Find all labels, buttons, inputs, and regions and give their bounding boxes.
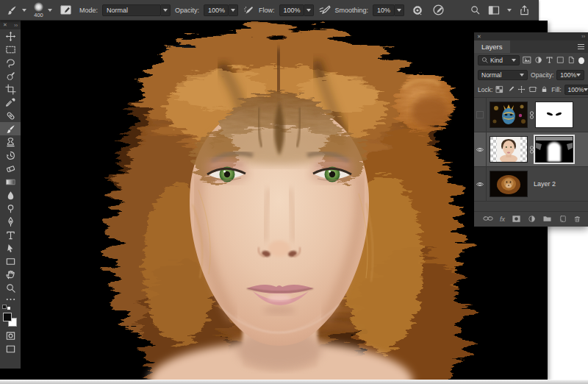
lock-all-icon[interactable] — [540, 85, 548, 95]
layer-blend-mode-select[interactable]: Normal — [478, 70, 528, 80]
filter-kind-select[interactable]: Kind — [478, 55, 520, 65]
add-layer-mask-icon[interactable] — [512, 215, 521, 224]
adjustment-layer-icon[interactable] — [528, 215, 536, 224]
mask-link-icon[interactable] — [528, 110, 535, 120]
tool-gradient[interactable] — [0, 175, 21, 188]
tool-history-brush[interactable] — [0, 149, 21, 162]
adjustment-layer-filter-icon[interactable] — [534, 56, 542, 65]
chevron-down-icon[interactable] — [229, 4, 238, 16]
tool-pen[interactable] — [0, 215, 21, 228]
tool-rectangular-marquee[interactable] — [0, 43, 21, 56]
link-layers-icon[interactable] — [483, 215, 493, 224]
layer-thumbnail-woman[interactable] — [490, 136, 528, 163]
tool-move[interactable] — [0, 29, 21, 43]
chevron-down-icon[interactable] — [395, 4, 404, 16]
chevron-down-icon[interactable] — [161, 4, 171, 16]
blend-mode-select[interactable]: Normal — [102, 4, 161, 16]
foreground-color-swatch[interactable] — [3, 313, 12, 321]
share-icon[interactable] — [519, 4, 530, 16]
layer-thumbnail-lion[interactable] — [490, 171, 528, 197]
collapse-icon[interactable]: ›› — [14, 23, 18, 28]
visibility-toggle[interactable] — [474, 98, 487, 132]
tool-rectangle[interactable] — [0, 255, 21, 268]
layer-filter-row: Kind — [474, 53, 588, 68]
chevron-down-icon[interactable] — [507, 9, 512, 12]
close-icon[interactable]: ✕ — [477, 34, 481, 40]
tool-eyedropper[interactable] — [0, 96, 21, 109]
screen-mode-button[interactable] — [0, 342, 21, 355]
brush-pressure-size-icon[interactable] — [432, 4, 445, 16]
tool-quick-selection[interactable] — [0, 69, 21, 82]
toggle-brush-settings-icon[interactable] — [60, 4, 72, 16]
layer-mask-thumbnail-eye-slits[interactable] — [535, 102, 573, 128]
shape-layer-filter-icon[interactable] — [556, 56, 564, 65]
tool-brush[interactable] — [0, 122, 21, 135]
tool-eraser[interactable] — [0, 162, 21, 175]
smoothing-options-gear-icon[interactable] — [412, 4, 423, 16]
default-swap-colors-icon[interactable] — [2, 305, 21, 310]
tool-crop[interactable] — [0, 82, 21, 96]
layer-mask-thumbnail-face-area[interactable] — [535, 136, 573, 163]
arrange-documents-icon[interactable] — [488, 5, 500, 15]
layer-thumbnail-carnival-mask[interactable] — [490, 102, 528, 128]
opacity-label: Opacity: — [175, 7, 199, 14]
pixel-layer-filter-icon[interactable] — [523, 56, 531, 65]
flow-label: Flow: — [259, 7, 275, 14]
brush-tool-icon[interactable] — [6, 4, 18, 16]
tool-hand[interactable] — [0, 268, 21, 281]
lock-position-icon[interactable] — [517, 85, 526, 95]
tool-spot-healing-brush[interactable] — [0, 109, 21, 122]
opacity-input[interactable]: 100% — [204, 4, 229, 16]
chevron-down-icon[interactable] — [48, 9, 52, 12]
layer-row[interactable]: Layer 2 — [474, 167, 588, 202]
visibility-toggle[interactable] — [474, 132, 487, 166]
eye-icon — [476, 146, 484, 153]
tool-dodge[interactable] — [0, 202, 21, 215]
hidden-eye-placeholder — [476, 111, 484, 118]
brush-preset-picker[interactable]: 400 — [34, 2, 43, 18]
search-icon — [481, 57, 488, 65]
smoothing-input[interactable]: 10% — [373, 4, 395, 16]
quick-mask-mode-button[interactable] — [0, 329, 21, 342]
collapse-icon[interactable]: ›› — [581, 34, 585, 39]
airbrush-toggle-icon[interactable] — [318, 4, 331, 16]
lock-transparent-icon[interactable] — [495, 85, 503, 95]
delete-layer-icon[interactable] — [573, 215, 581, 224]
foreground-background-colors[interactable] — [1, 311, 19, 329]
new-group-icon[interactable] — [542, 215, 552, 224]
tool-zoom[interactable] — [0, 281, 21, 294]
layer-row[interactable] — [474, 98, 588, 132]
mask-link-icon[interactable] — [528, 145, 535, 154]
close-icon[interactable]: ✕ — [3, 22, 7, 28]
layer-row-selected[interactable] — [474, 132, 588, 167]
flow-input[interactable]: 100% — [279, 4, 304, 16]
type-layer-filter-icon[interactable] — [545, 56, 553, 65]
tab-layers[interactable]: Layers — [474, 40, 510, 53]
lock-image-icon[interactable] — [506, 85, 514, 95]
tool-blur[interactable] — [0, 188, 21, 202]
brush-size-value: 400 — [34, 13, 43, 18]
tool-clone-stamp[interactable] — [0, 135, 21, 149]
edit-toolbar-ellipsis[interactable] — [0, 294, 21, 304]
search-icon[interactable] — [470, 4, 481, 15]
lock-label: Lock: — [478, 86, 492, 93]
brush-tip-preview — [34, 2, 43, 12]
smart-object-filter-icon[interactable] — [567, 56, 576, 65]
tool-path-selection[interactable] — [0, 241, 21, 255]
tool-lasso[interactable] — [0, 56, 21, 69]
layer-opacity-input[interactable]: 100% — [556, 70, 584, 80]
panel-menu-icon[interactable] — [578, 44, 584, 50]
filter-toggle-icon[interactable] — [578, 57, 584, 64]
layer-fill-input[interactable]: 100% — [564, 85, 588, 95]
lock-artboard-icon[interactable] — [528, 85, 537, 95]
smoothing-label: Smoothing: — [335, 7, 369, 14]
chevron-down-icon[interactable] — [304, 4, 314, 16]
tool-horizontal-type[interactable] — [0, 228, 21, 241]
desktop-edge-strip — [0, 380, 588, 384]
chevron-down-icon[interactable] — [22, 9, 26, 12]
airbrush-opacity-pressure-icon[interactable] — [243, 4, 254, 16]
visibility-toggle[interactable] — [474, 167, 487, 201]
layer-style-icon[interactable]: fx — [500, 216, 505, 223]
document-canvas[interactable] — [0, 21, 548, 380]
new-layer-icon[interactable] — [559, 215, 567, 224]
